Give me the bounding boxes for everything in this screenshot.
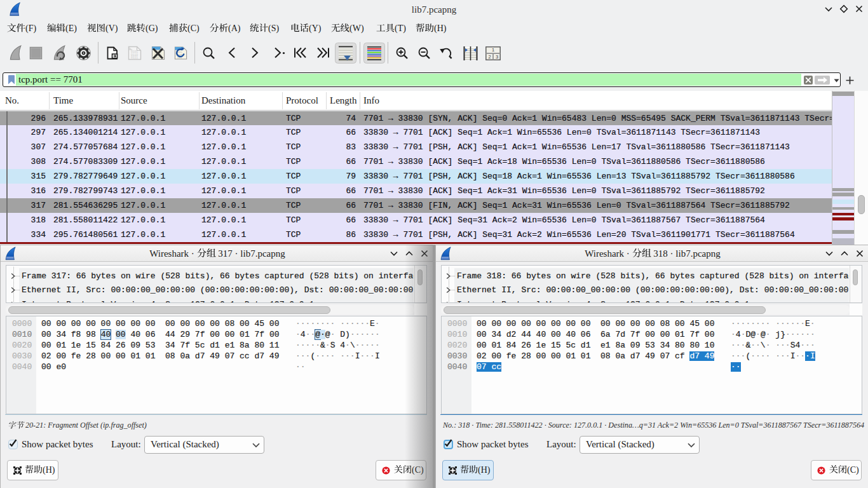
svg-text:0111: 0111 [131,56,138,59]
svg-text:3: 3 [496,54,498,60]
svg-text:1: 1 [492,47,494,53]
svg-text:2: 2 [489,54,491,60]
